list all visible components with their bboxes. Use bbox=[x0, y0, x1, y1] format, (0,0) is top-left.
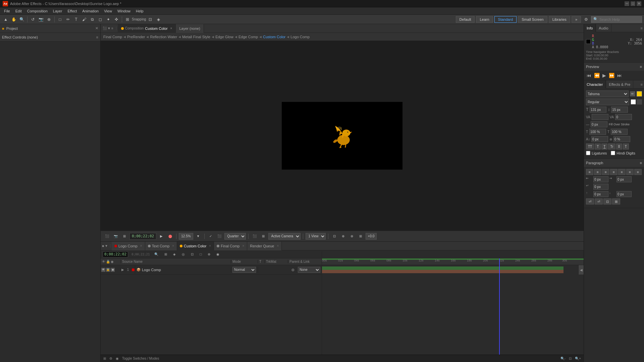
menu-help[interactable]: Help bbox=[133, 8, 146, 14]
text-tool[interactable]: T bbox=[72, 16, 80, 23]
tl-search-btn[interactable]: 🔍 bbox=[153, 252, 160, 256]
close-button[interactable]: ✕ bbox=[637, 1, 641, 6]
justify-left-btn[interactable]: ≡ bbox=[610, 169, 618, 175]
tl-logo-tab-close[interactable]: × bbox=[140, 244, 142, 248]
arabic-hanging-btn[interactable]: ⏎ bbox=[595, 198, 603, 204]
layer-mode-cell[interactable]: Normal bbox=[231, 267, 258, 273]
menu-edit[interactable]: Edit bbox=[13, 8, 24, 14]
char-panel-menu[interactable]: ≡ bbox=[639, 82, 644, 86]
tl-tab-text-comp[interactable]: Text Comp × bbox=[145, 242, 177, 250]
breadcrumb-final-comp[interactable]: Final Comp bbox=[103, 35, 122, 39]
baseline-input[interactable] bbox=[591, 136, 608, 142]
layer-parent-link-btn[interactable]: ◎ bbox=[289, 266, 297, 274]
breadcrumb-prerender[interactable]: PreRender bbox=[127, 35, 145, 39]
vc-zoom-arrow[interactable]: ▼ bbox=[195, 233, 202, 240]
menu-animation[interactable]: Animation bbox=[79, 8, 101, 14]
composer-btn[interactable]: ⊡ bbox=[603, 198, 611, 204]
vc-mask-btn[interactable]: ⊕ bbox=[339, 233, 347, 240]
hand-tool[interactable]: ✋ bbox=[10, 16, 17, 23]
vc-pixel-btn[interactable]: ⊡ bbox=[331, 233, 338, 240]
brush-tool[interactable]: 🖌 bbox=[80, 16, 88, 23]
vc-camera-btn[interactable]: 📷 bbox=[112, 233, 119, 240]
vc-exposure-btn[interactable]: +0.0 bbox=[366, 233, 377, 240]
zoom-out-btn[interactable]: 🔍- bbox=[560, 357, 566, 360]
tl-text-tab-close[interactable]: × bbox=[172, 244, 174, 248]
tl-draft-3d[interactable]: □ bbox=[198, 252, 203, 256]
leading-input[interactable] bbox=[611, 107, 628, 113]
rect-tool[interactable]: □ bbox=[56, 16, 64, 23]
vc-ram-preview[interactable]: ▶ bbox=[158, 233, 165, 240]
solo-btn[interactable]: ◉ bbox=[116, 357, 119, 360]
tl-tab-logo-comp[interactable]: Logo Comp × bbox=[112, 242, 145, 250]
workspace-options[interactable]: ⚙ bbox=[582, 16, 590, 23]
roto-tool[interactable]: ✦ bbox=[105, 16, 112, 23]
tl-frame-blend[interactable]: ⊡ bbox=[190, 252, 195, 256]
info-panel-menu[interactable]: ≡ bbox=[639, 26, 644, 30]
para-menu[interactable]: ≡ bbox=[640, 161, 642, 165]
breadcrumb-metall[interactable]: Metall Final Style bbox=[182, 35, 210, 39]
rotation-tool[interactable]: ↺ bbox=[29, 16, 37, 23]
preview-header[interactable]: Preview ≡ bbox=[584, 63, 644, 71]
camera-tool[interactable]: 📷 bbox=[37, 16, 45, 23]
breadcrumb-reflection[interactable]: Reflection Water bbox=[150, 35, 177, 39]
workspace-more[interactable]: » bbox=[572, 16, 581, 23]
zoom-timeline-btn[interactable]: ⊡ bbox=[569, 357, 572, 360]
horiz-scale-input[interactable] bbox=[611, 129, 628, 135]
kerning-input[interactable] bbox=[592, 114, 608, 120]
char-no-fill-btn[interactable] bbox=[637, 99, 642, 105]
zoom-tool[interactable]: 🔍 bbox=[18, 16, 25, 23]
tl-solo[interactable]: ◉ bbox=[215, 252, 221, 256]
layer-parent-select[interactable]: None bbox=[298, 267, 320, 273]
layer-solo-toggle[interactable]: ◉ bbox=[111, 268, 115, 272]
effects-pre-tab[interactable]: Effects & Pre bbox=[606, 80, 633, 88]
puppet-tool[interactable]: ✜ bbox=[113, 16, 120, 23]
align-right-btn[interactable]: ≡ bbox=[602, 169, 609, 175]
char-stroke-btn[interactable] bbox=[631, 99, 636, 105]
tl-graph-editor[interactable]: ◈ bbox=[172, 252, 177, 256]
effect-controls-close[interactable]: ≡ bbox=[96, 35, 98, 39]
layer-lock-toggle[interactable]: 🔒 bbox=[106, 268, 110, 272]
minimize-button[interactable]: ─ bbox=[625, 1, 629, 6]
menu-view[interactable]: View bbox=[101, 8, 115, 14]
hindi-digits-checkbox[interactable] bbox=[611, 151, 615, 155]
menu-file[interactable]: File bbox=[1, 8, 13, 14]
vc-render-btn[interactable]: ⬛ bbox=[216, 233, 223, 240]
layer-visibility-toggle[interactable]: 👁 bbox=[101, 268, 105, 272]
pen-tool[interactable]: ✏ bbox=[64, 16, 72, 23]
info-tab[interactable]: Info bbox=[584, 24, 596, 32]
ligatures-checkbox[interactable] bbox=[586, 151, 590, 155]
tl-comp-mini[interactable]: ⊞ bbox=[163, 252, 168, 256]
comp-settings-btn[interactable]: ⚙ bbox=[109, 357, 112, 360]
tsukuri-input[interactable] bbox=[613, 136, 630, 142]
char-style-t3[interactable]: T bbox=[616, 143, 622, 149]
layer-color-swatch[interactable] bbox=[131, 265, 135, 275]
preview-menu[interactable]: ≡ bbox=[640, 65, 642, 69]
breadcrumb-edge-glow[interactable]: Edge Glow bbox=[215, 35, 233, 39]
vc-quality-select[interactable]: Quarter Half Full bbox=[224, 233, 246, 240]
breadcrumb-custom-color[interactable]: Custom Color bbox=[263, 35, 285, 39]
project-panel-close[interactable]: ✕ bbox=[95, 26, 98, 31]
justify-right-btn[interactable]: ≡ bbox=[626, 169, 634, 175]
comp-tab-layer[interactable]: Layer (none) bbox=[176, 24, 204, 33]
tl-final-tab-close[interactable]: × bbox=[242, 244, 244, 248]
maximize-button[interactable]: □ bbox=[631, 1, 635, 6]
vc-snap-btn[interactable]: ⊞ bbox=[357, 233, 364, 240]
layer-mode-select[interactable]: Normal bbox=[232, 267, 256, 273]
indent-left-input[interactable] bbox=[593, 176, 608, 182]
vc-view-select[interactable]: 1 View bbox=[306, 233, 326, 240]
tl-tab-final-comp[interactable]: Final Comp × bbox=[214, 242, 247, 250]
font-size-input[interactable] bbox=[590, 107, 606, 113]
workspace-standard[interactable]: Standard bbox=[494, 16, 517, 23]
align-center-btn[interactable]: ≡ bbox=[594, 169, 601, 175]
tl-3d-renderer[interactable]: ⊕ bbox=[206, 252, 212, 256]
align-left-btn[interactable]: ≡ bbox=[586, 169, 593, 175]
justify-all-btn[interactable]: ≡ bbox=[634, 169, 642, 175]
comp-tab-close-icon[interactable]: × bbox=[170, 26, 172, 30]
tl-tab-render-queue[interactable]: Render Queue × bbox=[247, 242, 282, 250]
align-tool[interactable]: ⊡ bbox=[147, 16, 154, 23]
paragraph-header[interactable]: Paragraph ≡ bbox=[584, 159, 644, 167]
composer2-btn[interactable]: ⊞ bbox=[612, 198, 620, 204]
tl-motion-blur[interactable]: ◎ bbox=[180, 252, 186, 256]
preview-first-btn[interactable]: ⏮ bbox=[586, 72, 592, 79]
workspace-default[interactable]: Default bbox=[456, 16, 475, 23]
